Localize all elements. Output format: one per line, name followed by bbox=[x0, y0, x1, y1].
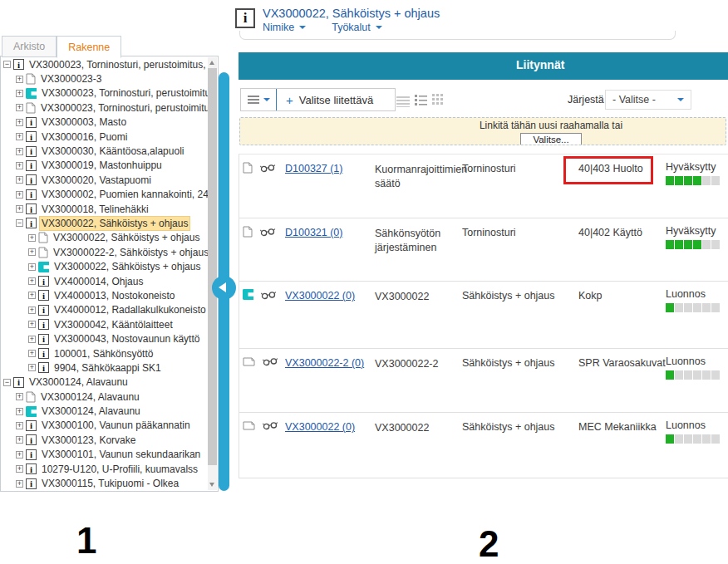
tree-item[interactable]: +iVX4000012, Radallakulkukoneisto bbox=[1, 303, 208, 317]
tree-item[interactable]: +iVX3000030, Kääntöosa,alapuoli bbox=[1, 144, 208, 158]
collapse-toggle[interactable]: − bbox=[3, 379, 11, 386]
item-info-icon: i bbox=[38, 319, 49, 330]
sort-dropdown[interactable]: - Valitse - bbox=[605, 90, 691, 110]
tree-item[interactable]: +VX3000023, Torninosturi, perustoimitu bbox=[1, 101, 208, 115]
expand-toggle[interactable]: + bbox=[16, 104, 23, 111]
tree-item[interactable]: +iVX3000020, Vastapuomi bbox=[1, 173, 208, 187]
tree-item-label: VX3000030, Kääntöosa,alapuoli bbox=[40, 145, 185, 158]
expand-toggle[interactable]: + bbox=[16, 90, 23, 97]
tree-item[interactable]: +iVX4000013, Nostokoneisto bbox=[1, 288, 208, 302]
tree-item[interactable]: −iVX3000023, Torninosturi, perustoimitus… bbox=[1, 57, 208, 71]
tree-item[interactable]: +VX3000022-2, Sähköistys + ohjaus bbox=[1, 245, 208, 259]
tree-item[interactable]: −iVX3000124, Alavaunu bbox=[1, 375, 208, 390]
tree-item[interactable]: +iVX3000101, Vaunun sekundaarikan bbox=[1, 448, 208, 462]
expand-toggle[interactable]: + bbox=[16, 148, 23, 155]
row-link[interactable]: VX3000022 (0) bbox=[285, 290, 355, 302]
tree: −iVX3000023, Torninosturi, perustoimitus… bbox=[1, 57, 208, 491]
tree-item[interactable]: +iVX3000019, Mastonhuippu bbox=[1, 159, 208, 173]
expand-toggle[interactable]: + bbox=[16, 205, 23, 213]
collapse-panel-button[interactable] bbox=[212, 276, 236, 300]
tree-item[interactable]: +VX3000022, Sähköistys + ohjaus bbox=[1, 231, 208, 245]
tab-arkisto[interactable]: Arkisto bbox=[2, 36, 57, 57]
row-link[interactable]: VX3000022 (0) bbox=[285, 421, 355, 433]
tree-item[interactable]: +VX3000124, Alavaunu bbox=[1, 404, 208, 418]
expand-toggle[interactable]: + bbox=[28, 350, 36, 357]
item-header: i VX3000022, Sähköistys + ohjaus Nimike … bbox=[235, 7, 440, 33]
tab-rakenne[interactable]: Rakenne bbox=[57, 36, 121, 58]
tree-item-label: 10279-U120, U-Profiili, kuumavalss bbox=[40, 463, 199, 476]
expand-toggle[interactable]: + bbox=[16, 133, 23, 140]
item-info-icon: i bbox=[235, 8, 255, 28]
add-connection-button[interactable]: + Valitse liitettävä bbox=[277, 89, 395, 110]
row-link[interactable]: D100321 (0) bbox=[285, 227, 343, 238]
expand-toggle[interactable]: + bbox=[16, 162, 23, 169]
page-title: VX3000022, Sähköistys + ohjaus bbox=[263, 7, 440, 20]
expand-toggle[interactable]: + bbox=[28, 321, 36, 328]
row-link[interactable]: VX3000022-2 (0) bbox=[285, 357, 364, 369]
collapse-toggle[interactable]: − bbox=[16, 219, 23, 227]
expand-toggle[interactable]: + bbox=[16, 480, 23, 488]
tree-item[interactable]: +iVX3000042, Kääntölaitteet bbox=[1, 317, 208, 331]
tree-item[interactable]: +i10279-U120, U-Profiili, kuumavalss bbox=[1, 462, 208, 476]
collapsed-panel-edge bbox=[239, 31, 676, 40]
expand-toggle[interactable]: + bbox=[16, 119, 23, 126]
tree-item[interactable]: +iVX3000016, Puomi bbox=[1, 130, 208, 144]
view-list-icon[interactable] bbox=[415, 94, 427, 109]
tree-item[interactable]: +iVX3000123, Korvake bbox=[1, 433, 208, 447]
item-info-icon: i bbox=[26, 131, 37, 142]
expand-toggle[interactable]: + bbox=[28, 307, 36, 314]
tree-item[interactable]: +VX3000124, Alavaunu bbox=[1, 390, 208, 404]
expand-toggle[interactable]: + bbox=[16, 408, 23, 415]
table-row: D100327 (1)Kuormanrajoittimien säätöTorn… bbox=[239, 154, 728, 218]
tree-item[interactable]: +VX3000023, Torninosturi, perustoimitu bbox=[1, 86, 208, 101]
item-info-icon: i bbox=[26, 174, 37, 185]
tree-item[interactable]: +i100001, Sähkönsyöttö bbox=[1, 346, 208, 360]
tree-item[interactable]: +iVX3000002, Puomien kannakointi, 24 bbox=[1, 188, 208, 202]
expand-toggle[interactable]: + bbox=[16, 422, 23, 429]
expand-toggle[interactable]: + bbox=[28, 248, 36, 256]
tree-item[interactable]: +VX3000022, Sähköistys + ohjaus bbox=[1, 259, 208, 273]
scrollbar-thumb[interactable] bbox=[208, 68, 217, 465]
expand-toggle[interactable]: + bbox=[28, 364, 36, 371]
expand-toggle[interactable]: + bbox=[28, 292, 36, 299]
tree-item[interactable]: +i9904, Sähkökaappi SK1 bbox=[1, 360, 208, 375]
expand-toggle[interactable]: + bbox=[28, 336, 36, 343]
expand-toggle[interactable]: + bbox=[28, 234, 36, 242]
expand-toggle[interactable]: + bbox=[16, 465, 23, 473]
expand-toggle[interactable]: + bbox=[16, 176, 23, 184]
progress-segment bbox=[711, 176, 720, 185]
view-detail-icon[interactable] bbox=[396, 96, 410, 107]
link-dropzone[interactable]: Linkitä tähän uusi raahamalla tai Valits… bbox=[239, 117, 726, 145]
tree-item[interactable]: +iVX3000018, Telinehäkki bbox=[1, 202, 208, 216]
choose-file-button[interactable]: Valitse... bbox=[520, 133, 581, 145]
table-row: VX3000022 (0)VX3000022Sähköistys + ohjau… bbox=[239, 413, 728, 478]
tree-item[interactable]: +iVX3000043, Nostovaunun käyttö bbox=[1, 331, 208, 346]
collapse-toggle[interactable]: − bbox=[3, 61, 11, 68]
tree-item[interactable]: +VX3000023-3 bbox=[1, 71, 208, 86]
expand-toggle[interactable]: + bbox=[16, 393, 23, 400]
status-progress-bar bbox=[666, 434, 720, 444]
tree-scrollbar[interactable] bbox=[208, 57, 217, 490]
expand-toggle[interactable]: + bbox=[28, 263, 36, 271]
structure-tree-panel: −iVX3000023, Torninosturi, perustoimitus… bbox=[0, 56, 219, 492]
tree-item[interactable]: +iVX4000014, Ohjaus bbox=[1, 274, 208, 288]
expand-toggle[interactable]: + bbox=[28, 277, 36, 285]
page-icon bbox=[38, 232, 48, 243]
panel-splitter[interactable] bbox=[219, 72, 229, 491]
tree-item-label: VX3000019, Mastonhuippu bbox=[40, 159, 164, 172]
view-grid-icon[interactable] bbox=[432, 94, 444, 109]
expand-toggle[interactable]: + bbox=[16, 76, 23, 83]
scroll-up-icon[interactable] bbox=[209, 61, 214, 65]
tree-item-label: VX3000023, Torninosturi, perustoimitu bbox=[39, 101, 208, 115]
tree-item[interactable]: −iVX3000022, Sähköistys + ohjaus bbox=[1, 216, 208, 230]
expand-toggle[interactable]: + bbox=[16, 436, 23, 444]
list-menu-button[interactable] bbox=[241, 89, 276, 110]
expand-toggle[interactable]: + bbox=[16, 191, 23, 199]
tree-item[interactable]: +iVX3000100, Vaunun pääkannatin bbox=[1, 419, 208, 433]
tree-item[interactable]: +iVX3000115, Tukipuomi - Olkea bbox=[1, 476, 208, 490]
scroll-down-icon[interactable] bbox=[209, 483, 214, 487]
row-link[interactable]: D100327 (1) bbox=[285, 163, 343, 174]
expand-toggle[interactable]: + bbox=[16, 451, 23, 459]
chevron-down-icon bbox=[376, 26, 382, 29]
tree-item[interactable]: +iVX3000003, Masto bbox=[1, 115, 208, 130]
